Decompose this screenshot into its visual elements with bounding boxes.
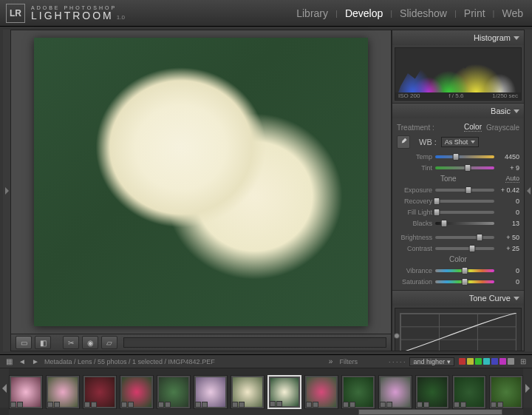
tonecurve-header[interactable]: Tone Curve (392, 291, 524, 306)
blacks-value[interactable]: 13 (497, 220, 519, 227)
thumb-badges (10, 402, 41, 408)
histogram-canvas[interactable]: ISO 200 f / 5.6 1/250 sec (395, 47, 522, 101)
filllight-slider[interactable] (435, 211, 494, 214)
vibrance-label: Vibrance (397, 267, 432, 274)
recovery-slider[interactable] (435, 200, 494, 203)
chevron-down-icon (514, 36, 519, 40)
color-label-dot[interactable] (508, 358, 514, 365)
chevron-down-icon (471, 141, 475, 144)
slider-thumb[interactable] (433, 198, 440, 205)
filmstrip-thumb[interactable] (120, 375, 154, 409)
color-label-dot[interactable] (491, 358, 498, 365)
vibrance-value[interactable]: 0 (497, 267, 519, 274)
filters-toggle-icon[interactable]: » (326, 357, 335, 366)
wb-preset-select[interactable]: As Shot (441, 137, 480, 147)
nav-back-button[interactable]: ◄ (18, 357, 27, 366)
filmstrip-path[interactable]: Metadata / Lens / 55 photos / 1 selected… (44, 358, 321, 365)
right-panel-toggle[interactable] (525, 30, 532, 351)
filmstrip-thumb[interactable] (489, 375, 523, 409)
filmstrip-thumb[interactable] (378, 375, 412, 409)
second-window-button[interactable]: ▦ (4, 357, 13, 366)
color-label-dot[interactable] (483, 358, 490, 365)
filmstrip-scroll-left[interactable] (0, 368, 9, 408)
filmstrip-scroll-right[interactable] (523, 368, 532, 408)
contrast-value[interactable]: + 25 (497, 245, 519, 252)
filllight-value[interactable]: 0 (497, 209, 519, 216)
temp-value[interactable]: 4450 (497, 153, 519, 161)
thumb-badges (121, 402, 152, 408)
recovery-value[interactable]: 0 (497, 198, 519, 205)
left-panel-toggle[interactable] (3, 30, 10, 351)
filmstrip-thumb[interactable] (452, 375, 486, 409)
slider-thumb[interactable] (462, 267, 468, 274)
module-slideshow[interactable]: Slideshow (397, 6, 450, 21)
slider-thumb[interactable] (453, 153, 460, 161)
module-develop[interactable]: Develop (342, 6, 386, 21)
color-label-dot[interactable] (499, 358, 506, 365)
basic-header[interactable]: Basic (392, 104, 524, 118)
crop-tool-button[interactable]: ✂ (63, 336, 79, 349)
histogram-graph (398, 50, 518, 92)
module-web[interactable]: Web (499, 6, 526, 21)
histogram-header[interactable]: Histogram (392, 30, 524, 45)
vibrance-slider[interactable] (435, 269, 494, 272)
histogram-shutter: 1/250 sec (492, 92, 518, 99)
module-library[interactable]: Library (293, 6, 331, 21)
redeye-tool-button[interactable]: ▱ (101, 336, 117, 349)
scrollbar-handle[interactable] (358, 409, 502, 415)
slider-thumb[interactable] (477, 234, 483, 241)
contrast-slider[interactable] (435, 247, 494, 250)
filter-lock-button[interactable]: ⊞ (519, 357, 528, 366)
tonecurve-target-button[interactable] (394, 333, 400, 339)
saturation-slider[interactable] (435, 280, 494, 283)
filmstrip-thumb[interactable] (304, 375, 338, 409)
loupe-view-button[interactable]: ▭ (16, 336, 32, 349)
filmstrip-thumb[interactable] (9, 375, 43, 409)
color-label-dot[interactable] (467, 358, 474, 365)
slider-thumb[interactable] (462, 278, 468, 286)
slider-thumb[interactable] (468, 245, 475, 252)
rating-filter-select[interactable]: and higher▾ (409, 357, 454, 366)
toolbar-slider[interactable] (123, 337, 386, 348)
treatment-grayscale[interactable]: Grayscale (486, 124, 519, 132)
nav-fwd-button[interactable]: ► (31, 357, 40, 366)
filmstrip-thumb[interactable] (341, 375, 375, 409)
tonecurve-canvas[interactable] (395, 308, 522, 351)
exposure-slider[interactable] (435, 189, 494, 192)
preview-area: ▭ ◧ ✂ ◉ ▱ (10, 30, 392, 351)
blacks-slider[interactable] (435, 222, 494, 225)
module-print[interactable]: Print (461, 6, 488, 21)
filmstrip-scrollbar[interactable] (9, 409, 523, 415)
slider-thumb[interactable] (433, 209, 440, 216)
wb-eyedropper-button[interactable] (397, 135, 410, 149)
preview-canvas[interactable] (11, 30, 391, 334)
brightness-slider[interactable] (435, 236, 494, 239)
temp-slider[interactable] (435, 155, 494, 158)
filmstrip-thumb[interactable] (194, 375, 228, 409)
filmstrip-thumb[interactable] (267, 375, 301, 409)
tint-slider[interactable] (435, 166, 494, 169)
filters-label: Filters (339, 358, 358, 365)
slider-thumb[interactable] (465, 186, 471, 194)
spot-tool-button[interactable]: ◉ (82, 336, 98, 349)
saturation-value[interactable]: 0 (497, 278, 519, 286)
tint-value[interactable]: + 9 (497, 164, 519, 172)
filmstrip-thumb[interactable] (46, 375, 80, 409)
filmstrip-thumb[interactable] (157, 375, 191, 409)
wb-label: WB : (419, 138, 437, 146)
thumb-badges (343, 402, 374, 408)
exposure-value[interactable]: + 0.42 (497, 186, 519, 194)
auto-tone-button[interactable]: Auto (505, 175, 519, 183)
filmstrip-thumb[interactable] (83, 375, 117, 409)
filmstrip-thumb[interactable] (415, 375, 449, 409)
thumb-badges (158, 402, 189, 408)
treatment-color[interactable]: Color (464, 123, 482, 132)
color-label-dot[interactable] (475, 358, 482, 365)
brightness-value[interactable]: + 50 (497, 234, 519, 241)
filmstrip-thumb[interactable] (231, 375, 265, 409)
slider-thumb[interactable] (441, 220, 448, 227)
color-label-dot[interactable] (459, 358, 466, 365)
brand-version: 1.0 (117, 14, 125, 21)
before-after-button[interactable]: ◧ (35, 336, 51, 349)
slider-thumb[interactable] (465, 164, 471, 172)
